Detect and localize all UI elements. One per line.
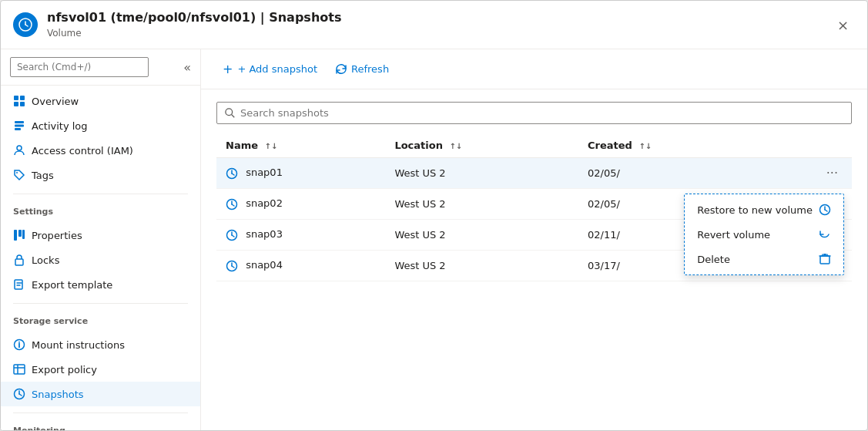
col-header-created: Created ↑↓ — [578, 133, 763, 158]
context-menu: Restore to new volume Revert volume Dele… — [684, 194, 844, 275]
sidebar-item-export-template[interactable]: Export template — [1, 272, 200, 297]
nav-storage: i Mount instructions Export policy Snaps… — [1, 329, 200, 409]
close-button[interactable]: × — [831, 14, 855, 36]
sidebar: « Overview Activity log — [1, 49, 201, 430]
add-snapshot-label: + Add snapshot — [237, 63, 317, 75]
sidebar-item-mount-instructions[interactable]: i Mount instructions — [1, 332, 200, 357]
cell-name: snap04 — [216, 251, 385, 281]
snapshot-icon — [226, 198, 238, 210]
collapse-button[interactable]: « — [183, 60, 191, 75]
refresh-button[interactable]: Refresh — [330, 59, 395, 79]
svg-point-11 — [16, 172, 18, 173]
cell-name: snap01 — [216, 158, 385, 189]
body: « Overview Activity log — [1, 49, 867, 430]
snapshot-icon — [226, 260, 238, 272]
sidebar-item-label: Activity log — [32, 120, 88, 132]
section-storage-label: Storage service — [1, 307, 200, 329]
svg-line-42 — [825, 210, 827, 211]
snapshot-icon — [226, 229, 238, 241]
sidebar-search-input[interactable] — [10, 57, 149, 77]
toolbar: + + Add snapshot Refresh — [201, 49, 867, 89]
page-title: nfsvol01 (tme/pool0/nfsvol01) | Snapshot… — [47, 10, 341, 25]
refresh-label: Refresh — [351, 63, 389, 75]
info-icon: i — [13, 338, 25, 351]
svg-rect-3 — [14, 96, 18, 100]
add-snapshot-button[interactable]: + + Add snapshot — [216, 57, 323, 81]
table-header: Name ↑↓ Location ↑↓ Created ↑↓ — [216, 133, 852, 158]
svg-line-33 — [232, 204, 234, 206]
sidebar-item-snapshots[interactable]: Snapshots — [1, 382, 200, 406]
cell-location: West US 2 — [385, 158, 578, 189]
divider-settings — [13, 194, 188, 194]
svg-rect-19 — [14, 365, 25, 374]
sidebar-item-label: Export policy — [32, 364, 97, 375]
svg-rect-9 — [15, 128, 21, 130]
sidebar-item-export-policy[interactable]: Export policy — [1, 357, 200, 382]
sidebar-item-tags[interactable]: Tags — [1, 163, 200, 187]
col-header-location: Location ↑↓ — [385, 133, 578, 158]
svg-rect-13 — [18, 230, 22, 237]
sidebar-item-iam[interactable]: Access control (IAM) — [1, 138, 200, 163]
svg-rect-15 — [15, 259, 23, 265]
refresh-icon — [336, 64, 347, 75]
snapshot-icon — [226, 167, 238, 180]
search-snapshots-input[interactable] — [216, 102, 852, 124]
sidebar-search-box: « — [1, 49, 200, 86]
sidebar-item-properties[interactable]: Properties — [1, 223, 200, 247]
svg-rect-5 — [14, 102, 18, 106]
svg-rect-7 — [15, 121, 24, 123]
sort-icon-name[interactable]: ↑↓ — [265, 142, 278, 150]
divider-monitoring — [13, 412, 188, 413]
svg-point-10 — [17, 146, 22, 150]
sidebar-item-locks[interactable]: Locks — [1, 247, 200, 272]
page-subtitle: Volume — [47, 28, 82, 39]
search-wrap — [216, 102, 852, 124]
svg-line-24 — [19, 394, 22, 396]
sidebar-item-overview[interactable]: Overview — [1, 89, 200, 113]
sidebar-item-label: Properties — [32, 230, 82, 241]
sort-icon-location[interactable]: ↑↓ — [449, 142, 462, 150]
grid-icon — [13, 95, 25, 107]
revert-icon — [819, 228, 831, 241]
cell-location: West US 2 — [385, 220, 578, 251]
tag-icon — [13, 169, 25, 181]
delete-icon — [819, 253, 831, 265]
svg-rect-4 — [20, 96, 25, 100]
sidebar-item-label: Access control (IAM) — [32, 145, 133, 157]
sidebar-item-activity-log[interactable]: Activity log — [1, 113, 200, 138]
list-icon — [13, 120, 25, 132]
cell-created: 02/05/ — [578, 158, 763, 189]
table-row[interactable]: snap01 West US 2 02/05/ ··· — [216, 158, 852, 189]
context-item-delete[interactable]: Delete — [685, 247, 843, 271]
content-area: Name ↑↓ Location ↑↓ Created ↑↓ — [201, 89, 867, 430]
col-header-name: Name ↑↓ — [216, 133, 385, 158]
title-bar: nfsvol01 (tme/pool0/nfsvol01) | Snapshot… — [1, 1, 867, 49]
sidebar-item-label: Export template — [32, 279, 112, 291]
context-item-restore[interactable]: Restore to new volume — [685, 197, 843, 222]
svg-line-30 — [232, 173, 234, 175]
main-window: nfsvol01 (tme/pool0/nfsvol01) | Snapshot… — [0, 0, 868, 431]
sidebar-item-label: Overview — [32, 96, 79, 107]
sort-icon-created[interactable]: ↑↓ — [638, 142, 652, 150]
context-item-revert[interactable]: Revert volume — [685, 222, 843, 247]
svg-rect-12 — [14, 230, 17, 241]
nav-main: Overview Activity log Access control (IA… — [1, 86, 200, 190]
table-icon — [13, 363, 25, 375]
person-icon — [13, 144, 25, 157]
svg-line-36 — [232, 235, 234, 237]
svg-rect-16 — [15, 280, 22, 289]
divider-storage — [13, 303, 188, 304]
section-settings-label: Settings — [1, 197, 200, 220]
svg-rect-14 — [22, 230, 25, 239]
svg-rect-43 — [820, 256, 829, 264]
sidebar-item-label: Snapshots — [32, 389, 84, 400]
more-button-row1[interactable]: ··· — [822, 164, 843, 182]
sidebar-item-label: Tags — [32, 170, 54, 181]
svg-text:i: i — [18, 341, 20, 349]
clock-icon — [13, 388, 25, 400]
window-icon — [13, 12, 38, 37]
cell-location: West US 2 — [385, 189, 578, 220]
main-content: + + Add snapshot Refresh — [201, 49, 867, 430]
nav-settings: Properties Locks Export template — [1, 220, 200, 300]
cell-actions: ··· — [763, 158, 852, 189]
